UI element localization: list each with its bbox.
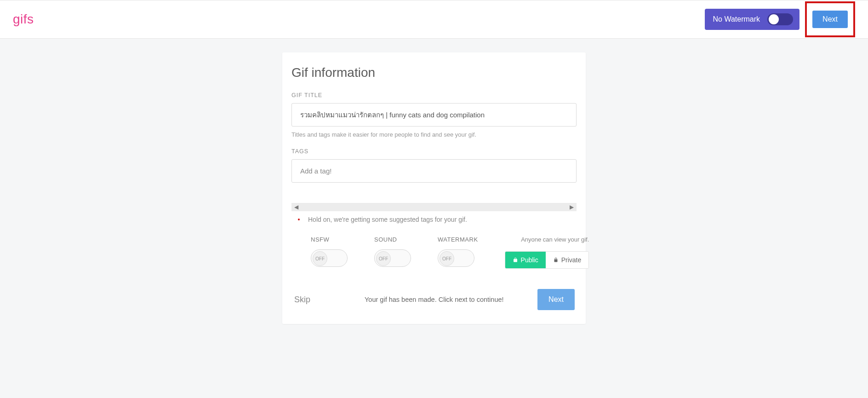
no-watermark-label: No Watermark: [713, 15, 760, 23]
private-button[interactable]: Private: [546, 252, 589, 268]
nsfw-group: NSFW OFF: [311, 236, 348, 267]
gif-title-label: GIF TITLE: [291, 92, 577, 98]
card-footer: Skip Your gif has been made. Click next …: [291, 286, 577, 315]
card-title: Gif information: [291, 65, 577, 80]
nsfw-toggle-state: OFF: [313, 251, 327, 266]
no-watermark-switch[interactable]: [767, 13, 793, 25]
logo[interactable]: gifs: [13, 12, 34, 27]
gif-title-input[interactable]: [291, 103, 577, 127]
header-next-button[interactable]: Next: [812, 11, 848, 28]
sound-toggle-state: OFF: [376, 251, 391, 266]
watermark-group: WATERMARK OFF: [438, 236, 478, 267]
lock-icon: [553, 257, 559, 263]
card-next-button[interactable]: Next: [537, 289, 575, 310]
tags-input[interactable]: [291, 159, 577, 183]
public-button[interactable]: Public: [505, 252, 546, 268]
unlock-icon: [513, 257, 518, 263]
visibility-group: Anyone can view your gif. Public Private: [505, 236, 589, 269]
skip-link[interactable]: Skip: [294, 295, 310, 305]
status-text: Your gif has been made. Click next to co…: [365, 296, 504, 303]
nsfw-toggle[interactable]: OFF: [311, 249, 348, 267]
watermark-toggle[interactable]: OFF: [438, 249, 474, 267]
gif-info-card: Gif information GIF TITLE Titles and tag…: [282, 52, 586, 324]
visibility-hint: Anyone can view your gif.: [505, 236, 589, 243]
no-watermark-toggle[interactable]: No Watermark: [705, 9, 800, 30]
watermark-label: WATERMARK: [438, 236, 478, 243]
loading-text: Hold on, we're getting some suggested ta…: [308, 216, 467, 223]
sound-group: SOUND OFF: [374, 236, 411, 267]
nsfw-label: NSFW: [311, 236, 348, 243]
public-label: Public: [521, 256, 538, 264]
visibility-segment: Public Private: [505, 251, 589, 269]
private-label: Private: [561, 256, 582, 264]
title-helper-text: Titles and tags make it easier for more …: [291, 131, 577, 138]
watermark-toggle-state: OFF: [440, 251, 454, 266]
sound-label: SOUND: [374, 236, 411, 243]
strip-left-arrow-icon[interactable]: ◀: [294, 204, 298, 210]
tags-label: TAGS: [291, 148, 577, 155]
sound-toggle[interactable]: OFF: [374, 249, 411, 267]
toggle-knob: [769, 14, 779, 24]
suggested-tags-strip[interactable]: ◀ ▶: [291, 203, 577, 211]
next-highlight-box: Next: [805, 1, 855, 37]
strip-right-arrow-icon[interactable]: ▶: [570, 204, 574, 210]
settings-row: NSFW OFF SOUND OFF WATERMARK OFF Anyone …: [291, 236, 577, 269]
spinner-icon: [298, 219, 300, 220]
loading-row: Hold on, we're getting some suggested ta…: [291, 216, 577, 223]
app-header: gifs No Watermark Next: [0, 0, 868, 39]
